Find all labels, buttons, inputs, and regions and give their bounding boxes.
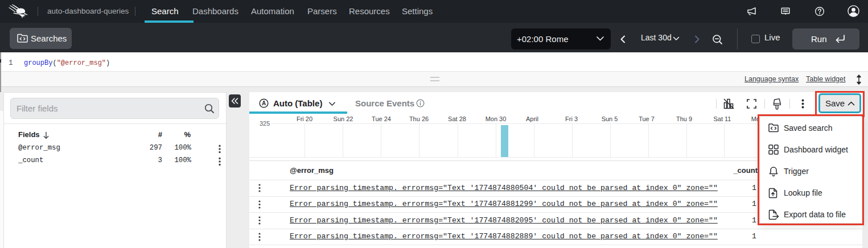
svg-text:A: A [262,100,266,106]
